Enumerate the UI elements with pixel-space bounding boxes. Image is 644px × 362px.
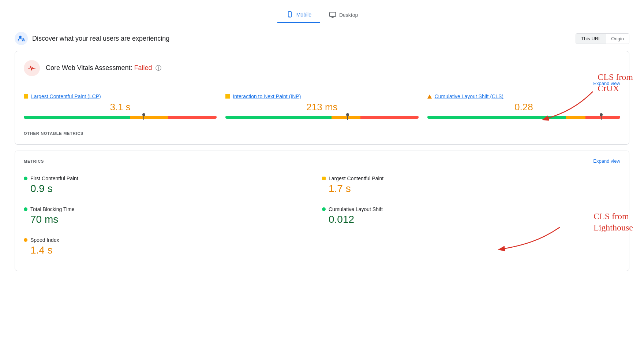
inp-dot-icon [225,94,230,99]
url-origin-toggle: This URL Origin [576,33,629,44]
si-value: 1.4 s [30,244,322,256]
lcp-dot-icon [24,94,28,99]
inp-bar-orange [332,116,360,119]
lcp-bar [24,116,217,119]
si-name: Speed Index [30,237,59,243]
cwv-help-icon[interactable]: ⓘ [156,65,161,71]
metric-si: Speed Index 1.4 s [24,233,322,263]
lcp-bar-green [24,116,130,119]
metric-lcp: Largest Contentful Paint (LCP) 3.1 s [24,93,217,119]
section-header: Discover what your real users are experi… [15,32,629,45]
mobile-icon [286,11,293,18]
metric-cls: Cumulative Layout Shift (CLS) 0.28 [427,93,620,119]
lcp-label[interactable]: Largest Contentful Paint (LCP) [31,93,101,99]
other-notable-label: OTHER NOTABLE METRICS [24,128,620,136]
origin-button[interactable]: Origin [606,34,629,44]
metrics-expand-link[interactable]: Expand view [593,158,620,164]
cwv-expand-row: Expand view [24,81,620,86]
metric-fcp: First Contentful Paint 0.9 s [24,171,322,202]
metrics-card: METRICS Expand view First Contentful Pai… [15,151,629,271]
tab-desktop-label: Desktop [339,12,358,18]
lcp-bar-marker [143,114,144,120]
lcp-value: 3.1 s [24,101,217,113]
metric-tbt: Total Blocking Time 70 ms [24,202,322,233]
tab-mobile[interactable]: Mobile [277,7,320,23]
lcp-bar-orange [130,116,168,119]
cls-lighthouse-dot [322,207,326,211]
cwv-metrics-row: Largest Contentful Paint (LCP) 3.1 s Int… [24,93,620,119]
device-tabs: Mobile Desktop [15,7,629,23]
svg-rect-2 [330,12,336,16]
inp-bar-marker [347,114,348,120]
lcp-lighthouse-name: Largest Contentful Paint [329,176,383,181]
lcp-bar-red [168,116,217,119]
tab-desktop[interactable]: Desktop [320,7,367,23]
cls-bar-orange [566,116,585,119]
cwv-card: Core Web Vitals Assessment: Failed ⓘ Exp… [15,51,629,145]
inp-bar [225,116,418,119]
section-icon [15,32,28,45]
metrics-section-label: METRICS [24,159,44,163]
inp-bar-green [225,116,332,119]
lcp-lighthouse-value: 1.7 s [329,183,620,195]
metric-inp: Interaction to Next Paint (INP) 213 ms [225,93,418,119]
cls-bar-red [585,116,620,119]
svg-point-1 [289,16,290,17]
tab-mobile-label: Mobile [296,12,311,18]
cls-bar-green [427,116,566,119]
fcp-status-dot [24,177,27,180]
svg-point-5 [19,36,22,38]
metric-lcp-lighthouse: Largest Contentful Paint 1.7 s [322,171,620,202]
tbt-status-dot [24,207,27,211]
cwv-title-prefix: Core Web Vitals Assessment: [46,64,134,71]
fcp-value: 0.9 s [30,183,322,195]
lcp-lighthouse-dot [322,177,326,180]
inp-bar-red [360,116,418,119]
cls-bar-marker [601,114,602,120]
users-icon [18,35,25,42]
inp-value: 213 ms [225,101,418,113]
cls-triangle-icon [427,95,432,99]
cwv-header: Core Web Vitals Assessment: Failed ⓘ [24,60,620,76]
tbt-name: Total Blocking Time [30,206,75,212]
si-status-dot [24,238,27,242]
fcp-name: First Contentful Paint [30,176,78,181]
page-title: Discover what your real users are experi… [32,35,169,43]
cls-bar [427,116,620,119]
cwv-failed-icon [24,60,40,76]
cls-value: 0.28 [427,101,620,113]
cls-lighthouse-name: Cumulative Layout Shift [329,206,383,212]
heartbeat-icon [27,64,36,73]
cls-lighthouse-value: 0.012 [329,214,620,225]
tbt-value: 70 ms [30,214,322,225]
desktop-icon [329,11,336,19]
metrics-grid: First Contentful Paint 0.9 s Total Block… [24,171,620,263]
cwv-status: Failed [134,64,152,71]
inp-label[interactable]: Interaction to Next Paint (INP) [233,93,301,99]
cls-label[interactable]: Cumulative Layout Shift (CLS) [435,93,503,99]
cwv-expand-link[interactable]: Expand view [593,81,620,86]
metric-cls-lighthouse: Cumulative Layout Shift 0.012 [322,202,620,233]
this-url-button[interactable]: This URL [576,34,606,44]
